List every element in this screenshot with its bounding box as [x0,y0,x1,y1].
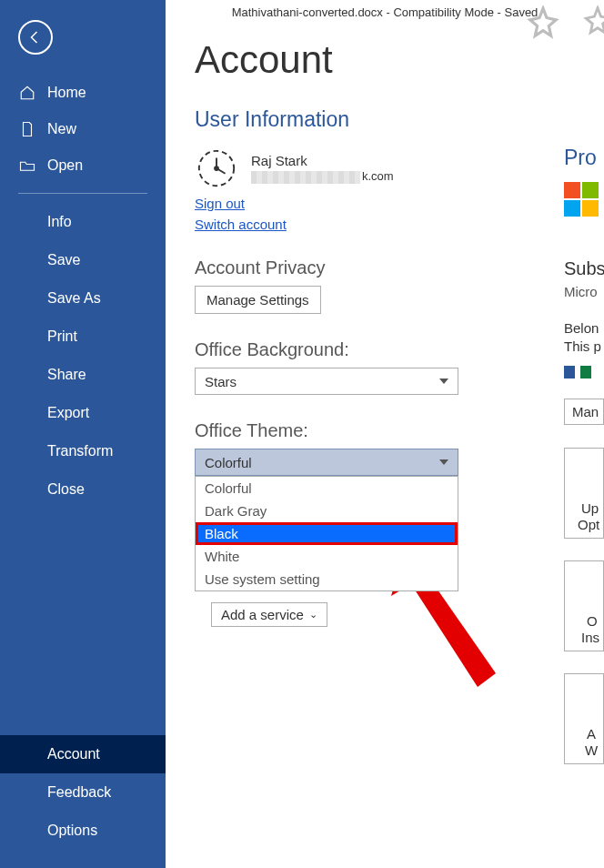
text-fragment: O [587,613,603,629]
sidebar-item-label: Share [47,367,86,383]
subscription-heading: Subs [564,258,604,279]
backstage-sidebar: Home New Open Info Save Save As Print Sh… [0,0,166,868]
sidebar-item-label: Feedback [47,784,111,801]
tile-box[interactable]: A W [564,673,604,764]
dropdown-value: Stars [205,374,237,389]
sidebar-item-label: Print [47,328,77,345]
folder-open-icon [18,156,36,175]
theme-option-darkgray[interactable]: Dark Gray [196,500,458,522]
sidebar-item-account[interactable]: Account [0,735,166,773]
sidebar-item-feedback[interactable]: Feedback [0,773,166,812]
office-theme-section: Office Theme: Colorful Colorful Dark Gra… [195,420,595,476]
user-name: Raj Stark [251,152,394,170]
word-icon [564,366,575,378]
redacted-email-icon [251,171,360,184]
email-suffix: k.com [362,169,394,183]
sidebar-item-info[interactable]: Info [0,203,166,241]
sidebar-item-save[interactable]: Save [0,241,166,279]
chevron-down-icon: ⌄ [309,609,317,621]
svg-line-3 [216,168,226,174]
sidebar-item-open[interactable]: Open [0,147,166,184]
section-heading: Account Privacy [195,257,595,278]
text-fragment: Micro [564,284,604,299]
product-info-heading: Pro [564,146,604,170]
sidebar-item-label: Transform [47,443,113,459]
sidebar-item-label: Options [47,823,97,839]
sidebar-separator [18,193,147,194]
dropdown-value: Colorful [205,455,252,470]
sidebar-item-home[interactable]: Home [0,75,166,111]
sidebar-item-new[interactable]: New [0,111,166,147]
page-title: Account [195,38,595,82]
sidebar-item-label: Open [47,157,83,174]
account-privacy-section: Account Privacy Manage Settings [195,257,595,314]
sidebar-item-label: Export [47,405,89,421]
home-icon [18,84,36,102]
sidebar-item-transform[interactable]: Transform [0,432,166,470]
sidebar-item-label: Home [47,85,86,101]
button-label: Add a service [221,607,304,622]
text-fragment: Opt [578,517,603,532]
manage-button[interactable]: Man [564,399,604,425]
text-fragment: Up [581,500,603,516]
user-info-section: User Information Raj Stark k.com [195,107,595,232]
account-page: Mathivathani-converted.docx - Compatibil… [166,0,604,868]
tile-box[interactable]: Up Opt [564,448,604,539]
office-background-dropdown[interactable]: Stars [195,368,458,395]
text-fragment: A [587,726,603,742]
office-theme-dropdown[interactable]: Colorful Colorful Dark Gray Black White … [195,449,458,476]
office-logo-icon [564,182,599,217]
text-fragment: This p [564,338,604,354]
sidebar-item-options[interactable]: Options [0,812,166,850]
sidebar-item-label: Info [47,214,72,230]
office-theme-options: Colorful Dark Gray Black White Use syste… [195,476,458,591]
sidebar-item-share[interactable]: Share [0,356,166,394]
sidebar-item-label: Account [47,746,100,762]
sidebar-item-close[interactable]: Close [0,470,166,509]
tile-box[interactable]: O Ins [564,560,604,651]
star-decoration-icon [526,5,560,40]
theme-option-black[interactable]: Black [196,522,458,545]
back-button[interactable] [18,20,53,55]
arrow-left-icon [27,29,44,45]
text-fragment: Ins [581,630,603,645]
section-heading: Office Theme: [195,420,595,441]
sidebar-item-saveas[interactable]: Save As [0,279,166,318]
sidebar-item-label: Save [47,252,80,268]
section-heading: Office Background: [195,339,595,360]
text-fragment: Belon [564,320,604,336]
chevron-down-icon [439,378,448,384]
section-heading: User Information [195,107,595,132]
sign-out-link[interactable]: Sign out [195,196,595,211]
theme-option-system[interactable]: Use system setting [196,568,458,590]
sidebar-item-print[interactable]: Print [0,318,166,356]
chevron-down-icon [439,459,448,465]
switch-account-link[interactable]: Switch account [195,217,595,232]
sidebar-item-label: New [47,121,76,137]
right-panel-peek: Pro Subs Micro Belon This p Man Up Opt O… [564,0,604,868]
user-email: k.com [251,169,394,185]
text-fragment: W [585,742,603,758]
office-background-section: Office Background: Stars [195,339,595,395]
user-avatar-icon [195,146,238,190]
sidebar-item-label: Save As [47,290,101,307]
add-service-button[interactable]: Add a service ⌄ [211,602,327,627]
new-doc-icon [18,120,36,138]
excel-icon [580,366,591,378]
sidebar-item-label: Close [47,481,85,498]
manage-settings-button[interactable]: Manage Settings [195,286,321,314]
theme-option-white[interactable]: White [196,545,458,568]
sidebar-item-export[interactable]: Export [0,394,166,432]
theme-option-colorful[interactable]: Colorful [196,477,458,500]
